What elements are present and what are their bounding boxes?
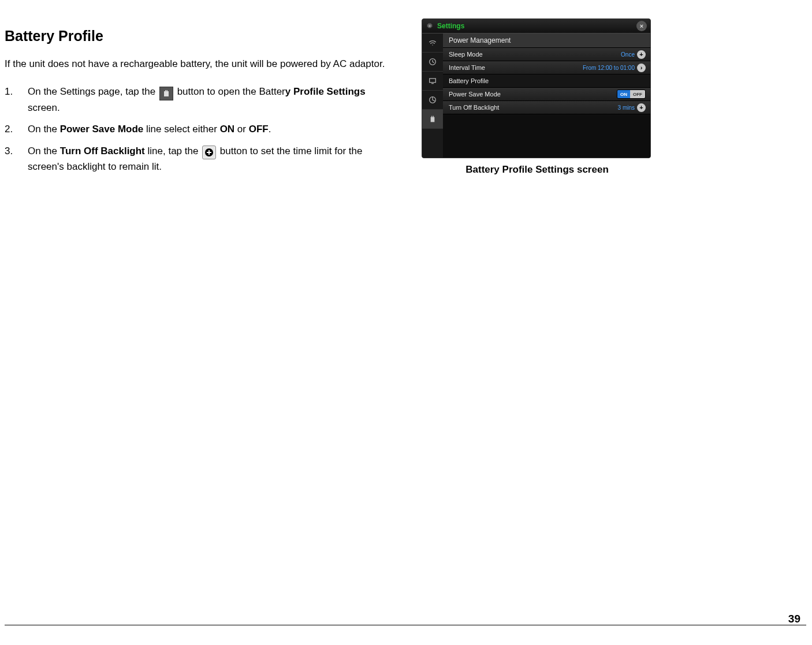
page-number: 39 xyxy=(788,613,800,625)
page-footer: 39 xyxy=(5,625,806,628)
row-power-save-mode-label: Power Save Mode xyxy=(449,91,501,98)
step-3-text-a: On the xyxy=(28,146,60,156)
row-interval-time[interactable]: Interval Time From 12:00 to 01:00 xyxy=(443,61,650,74)
row-turn-off-backlight[interactable]: Turn Off Backlight 3 mins + xyxy=(443,101,650,114)
step-2-text-c: or xyxy=(234,124,249,135)
plus-icon[interactable]: + xyxy=(637,103,646,112)
step-3-bold-1: Turn Off Backlight xyxy=(60,146,145,156)
sidebar-item-battery[interactable] xyxy=(422,110,443,129)
step-1-text-c: screen. xyxy=(28,102,60,113)
step-1-text-a: On the Settings page, tap the xyxy=(28,86,158,97)
steps-list: On the Settings page, tap the button to … xyxy=(5,84,397,174)
row-sleep-mode[interactable]: Sleep Mode Once + xyxy=(443,48,650,61)
row-interval-time-value: From 12:00 to 01:00 xyxy=(583,65,635,71)
svg-rect-2 xyxy=(166,90,167,91)
row-battery-profile: Battery Profile xyxy=(443,74,650,88)
row-battery-profile-label: Battery Profile xyxy=(449,77,489,84)
plus-icon xyxy=(202,146,216,159)
svg-rect-0 xyxy=(164,91,169,96)
page: Battery Profile If the unit does not hav… xyxy=(0,0,812,645)
step-2-bold-3: OFF xyxy=(249,124,269,135)
text-column: Battery Profile If the unit does not hav… xyxy=(5,28,397,181)
section-header: Power Management xyxy=(443,33,650,48)
row-turn-off-backlight-value-group: 3 mins + xyxy=(618,103,646,112)
settings-panel: Power Management Sleep Mode Once + Inter… xyxy=(443,33,650,158)
row-sleep-mode-value-group: Once + xyxy=(621,50,646,59)
row-turn-off-backlight-value: 3 mins xyxy=(618,105,635,111)
sidebar-item-clock[interactable] xyxy=(422,53,443,72)
window-title-group: Settings xyxy=(426,22,464,30)
figure-caption: Battery Profile Settings screen xyxy=(422,164,653,176)
step-1-text-b: button to open the Batter xyxy=(177,86,285,97)
svg-rect-7 xyxy=(431,117,435,122)
step-1: On the Settings page, tap the button to … xyxy=(5,84,397,115)
intro-paragraph: If the unit does not have a rechargeable… xyxy=(5,57,397,72)
step-2: On the Power Save Mode line select eithe… xyxy=(5,122,397,137)
row-sleep-mode-label: Sleep Mode xyxy=(449,51,483,58)
page-title: Battery Profile xyxy=(5,28,397,44)
sidebar-item-wireless[interactable] xyxy=(422,33,443,53)
power-save-toggle[interactable]: ON OFF xyxy=(617,90,646,99)
arrow-icon[interactable] xyxy=(637,64,646,72)
row-power-save-mode[interactable]: Power Save Mode ON OFF xyxy=(443,88,650,101)
window-body: Power Management Sleep Mode Once + Inter… xyxy=(422,33,650,158)
svg-rect-6 xyxy=(430,79,436,83)
battery-icon xyxy=(159,87,173,100)
row-sleep-mode-value: Once xyxy=(621,51,635,58)
step-2-text-a: On the xyxy=(28,124,60,135)
gear-icon xyxy=(426,22,434,30)
sidebar-item-storage[interactable] xyxy=(422,91,443,110)
step-2-text-d: . xyxy=(269,124,271,135)
settings-screenshot: Settings × xyxy=(422,18,651,158)
figure-column: Settings × xyxy=(422,18,653,176)
row-turn-off-backlight-label: Turn Off Backlight xyxy=(449,104,499,111)
window-title: Settings xyxy=(437,22,464,30)
step-2-bold-1: Power Save Mode xyxy=(60,124,144,135)
svg-rect-9 xyxy=(433,116,434,117)
step-1-bold: y Profile Settings xyxy=(285,86,366,97)
window-titlebar: Settings × xyxy=(422,19,650,33)
toggle-on[interactable]: ON xyxy=(617,90,630,98)
step-3-text-b: line, tap the xyxy=(145,146,201,156)
sidebar xyxy=(422,33,443,158)
toggle-off[interactable]: OFF xyxy=(630,90,645,98)
svg-rect-1 xyxy=(165,90,166,91)
step-3: On the Turn Off Backlight line, tap the … xyxy=(5,144,397,174)
row-interval-time-label: Interval Time xyxy=(449,64,485,71)
step-2-text-b: line select either xyxy=(143,124,219,135)
close-icon[interactable]: × xyxy=(636,21,647,31)
sidebar-item-display[interactable] xyxy=(422,72,443,91)
row-interval-time-value-group: From 12:00 to 01:00 xyxy=(583,64,646,72)
plus-icon[interactable]: + xyxy=(637,50,646,59)
svg-rect-8 xyxy=(431,116,432,117)
step-2-bold-2: ON xyxy=(220,124,235,135)
